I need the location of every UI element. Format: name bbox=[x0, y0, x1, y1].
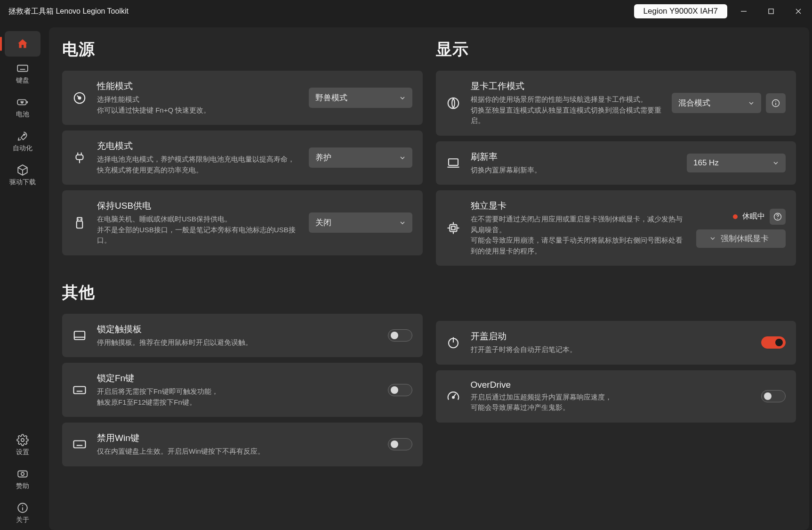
speedometer-icon bbox=[446, 389, 460, 403]
card-overdrive: OverDrive 开启后通过加压超频提升内置屏幕响应速度， 可能会导致屏幕过冲… bbox=[436, 370, 796, 423]
sidebar-item-drivers[interactable]: 驱动下载 bbox=[0, 158, 45, 192]
gear-icon bbox=[16, 434, 29, 446]
section-heading-display: 显示 bbox=[436, 39, 796, 60]
dgpu-help-button[interactable] bbox=[770, 209, 786, 225]
dgpu-desc: 在不需要时通过关闭占用应用或重启显卡强制休眠显卡，减少发热与风扇噪音。 可能会导… bbox=[471, 214, 686, 256]
svg-point-20 bbox=[22, 505, 23, 506]
chevron-down-icon bbox=[772, 160, 779, 166]
sidebar-label-about: 关于 bbox=[16, 516, 29, 524]
dgpu-title: 独立显卡 bbox=[471, 200, 686, 212]
info-icon bbox=[16, 502, 29, 514]
card-usb-power: 保持USB供电 在电脑关机、睡眠或休眠时USB保持供电。 并不是全部的USB接口… bbox=[62, 190, 423, 255]
sidebar-item-battery[interactable]: 电池 bbox=[0, 90, 45, 124]
sidebar-item-home[interactable] bbox=[5, 31, 40, 57]
app-title: 拯救者工具箱 Lenovo Legion Toolkit bbox=[8, 7, 129, 16]
dgpu-status-dot bbox=[733, 214, 738, 219]
touchpad-desc: 停用触摸板。推荐在使用鼠标时开启以避免误触。 bbox=[97, 337, 378, 348]
svg-point-35 bbox=[448, 98, 458, 109]
winkey-desc: 仅在内置键盘上生效。开启后Win键按下不再有反应。 bbox=[97, 446, 378, 457]
card-dgpu: 独立显卡 在不需要时通过关闭占用应用或重启显卡强制休眠显卡，减少发热与风扇噪音。… bbox=[436, 190, 796, 266]
gpu-mode-info-button[interactable] bbox=[766, 93, 786, 113]
card-refresh-rate: 刷新率 切换内置屏幕刷新率。 165 Hz bbox=[436, 141, 796, 185]
fn-desc: 开启后将无需按下Fn键即可触发功能， 触发原F1至F12键需按下Fn键。 bbox=[97, 386, 378, 408]
card-touchpad-lock: 锁定触摸板 停用触摸板。推荐在使用鼠标时开启以避免误触。 bbox=[62, 314, 423, 358]
svg-rect-23 bbox=[76, 155, 83, 159]
sidebar-item-donate[interactable]: 赞助 bbox=[0, 462, 45, 496]
card-performance-mode: 性能模式 选择性能模式 你可以通过快捷键 Fn+Q 快速更改。 野兽模式 bbox=[62, 71, 423, 125]
svg-rect-1 bbox=[769, 9, 773, 14]
flip-title: 开盖启动 bbox=[471, 330, 751, 342]
card-gpu-mode: 显卡工作模式 根据你的使用场景所需的性能与续航选择显卡工作模式。 切换至独显直连… bbox=[436, 71, 796, 136]
svg-rect-28 bbox=[77, 221, 83, 228]
chevron-down-icon bbox=[748, 100, 755, 106]
perf-mode-value: 野兽模式 bbox=[315, 92, 347, 103]
usb-power-select[interactable]: 关闭 bbox=[309, 212, 412, 233]
device-name-pill[interactable]: Legion Y9000X IAH7 bbox=[634, 4, 727, 18]
card-fn-lock: 锁定Fn键 开启后将无需按下Fn键即可触发功能， 触发原F1至F12键需按下Fn… bbox=[62, 363, 423, 417]
overdrive-title: OverDrive bbox=[471, 380, 751, 390]
svg-rect-39 bbox=[449, 159, 458, 165]
gpu-mode-value: 混合模式 bbox=[678, 98, 710, 108]
section-heading-other: 其他 bbox=[62, 282, 423, 303]
usb-desc: 在电脑关机、睡眠或休眠时USB保持供电。 并不是全部的USB接口，一般是笔记本旁… bbox=[97, 214, 298, 246]
svg-rect-29 bbox=[74, 331, 85, 340]
sidebar-item-automation[interactable]: 自动化 bbox=[0, 124, 45, 158]
svg-rect-16 bbox=[18, 471, 27, 477]
overdrive-toggle[interactable] bbox=[761, 390, 786, 402]
battery-heart-icon bbox=[16, 96, 29, 108]
refresh-rate-select[interactable]: 165 Hz bbox=[687, 154, 786, 172]
keyboard-icon bbox=[16, 62, 29, 74]
gpu-mode-select[interactable]: 混合模式 bbox=[672, 93, 761, 113]
touchpad-toggle[interactable] bbox=[388, 329, 412, 342]
gauge-icon bbox=[72, 91, 87, 105]
keyboard-icon bbox=[72, 437, 87, 451]
package-icon bbox=[16, 164, 29, 176]
info-icon bbox=[771, 98, 780, 108]
card-flip-to-boot: 开盖启动 打开盖子时将会自动开启笔记本。 bbox=[436, 321, 796, 365]
sidebar-item-about[interactable]: 关于 bbox=[0, 496, 45, 530]
charge-mode-value: 养护 bbox=[315, 152, 331, 163]
laptop-icon bbox=[446, 156, 460, 170]
winkey-toggle[interactable] bbox=[388, 438, 412, 450]
svg-point-22 bbox=[79, 97, 81, 99]
gpumode-title: 显卡工作模式 bbox=[471, 80, 662, 92]
dgpu-force-sleep-button[interactable]: 强制休眠显卡 bbox=[696, 229, 786, 248]
svg-rect-4 bbox=[17, 65, 28, 72]
content-area: 电源 性能模式 选择性能模式 你可以通过快捷键 Fn+Q 快速更改。 野兽模式 bbox=[49, 27, 809, 530]
winkey-title: 禁用Win键 bbox=[97, 432, 378, 444]
fn-toggle[interactable] bbox=[388, 384, 412, 396]
perf-title: 性能模式 bbox=[97, 80, 298, 92]
svg-point-38 bbox=[775, 101, 776, 102]
fn-title: 锁定Fn键 bbox=[97, 372, 378, 384]
perf-mode-select[interactable]: 野兽模式 bbox=[309, 88, 412, 108]
window-close-button[interactable] bbox=[785, 2, 812, 21]
dgpu-force-sleep-label: 强制休眠显卡 bbox=[721, 233, 769, 244]
touchpad-title: 锁定触摸板 bbox=[97, 323, 378, 335]
rocket-icon bbox=[16, 130, 29, 142]
flip-toggle[interactable] bbox=[761, 336, 786, 349]
sidebar-label-keyboard: 键盘 bbox=[16, 76, 29, 85]
svg-point-48 bbox=[777, 218, 778, 219]
usb-power-value: 关闭 bbox=[315, 217, 331, 228]
window-minimize-button[interactable] bbox=[730, 2, 757, 21]
plug-icon bbox=[72, 151, 87, 165]
power-icon bbox=[446, 335, 460, 350]
charge-title: 充电模式 bbox=[97, 140, 298, 152]
home-icon bbox=[16, 38, 29, 50]
dgpu-status-label: 休眠中 bbox=[742, 212, 765, 221]
window-maximize-button[interactable] bbox=[757, 2, 785, 21]
sidebar: 键盘 电池 自动化 驱动下载 设置 赞助 关于 bbox=[0, 23, 45, 530]
svg-rect-41 bbox=[450, 225, 457, 232]
svg-point-17 bbox=[21, 473, 24, 476]
chevron-down-icon bbox=[399, 95, 406, 101]
gpumode-desc: 根据你的使用场景所需的性能与续航选择显卡工作模式。 切换至独显直连模式或从独显直… bbox=[471, 94, 662, 126]
charge-mode-select[interactable]: 养护 bbox=[309, 147, 412, 168]
sidebar-item-settings[interactable]: 设置 bbox=[0, 428, 45, 462]
charge-desc: 选择电池充电模式，养护模式将限制电池充电电量以提高寿命，快充模式将使用更高的功率… bbox=[97, 154, 298, 175]
sidebar-item-keyboard[interactable]: 键盘 bbox=[0, 57, 45, 90]
touchpad-icon bbox=[72, 328, 87, 342]
usb-title: 保持USB供电 bbox=[97, 200, 298, 212]
titlebar: 拯救者工具箱 Lenovo Legion Toolkit Legion Y900… bbox=[0, 0, 812, 23]
chevron-down-icon bbox=[399, 155, 406, 161]
svg-rect-31 bbox=[74, 386, 86, 393]
